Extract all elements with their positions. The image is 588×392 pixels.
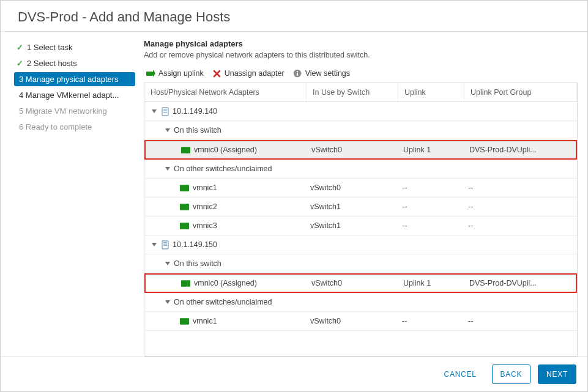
section-subtitle: Add or remove physical network adapters …: [144, 51, 578, 59]
nic-icon: [181, 146, 190, 154]
assign-uplink-button[interactable]: Assign uplink: [146, 69, 204, 78]
svg-rect-18: [163, 243, 167, 244]
svg-rect-11: [181, 186, 186, 188]
host-icon: [160, 107, 169, 116]
cancel-button[interactable]: CANCEL: [436, 365, 485, 383]
section-title: Manage physical adapters: [144, 39, 578, 48]
nic-icon: [180, 317, 189, 325]
adapter-inuse: vSwitch0: [308, 141, 400, 158]
content-pane: Manage physical adapters Add or remove p…: [141, 32, 587, 357]
host-name: 10.1.149.140: [173, 107, 217, 116]
assign-uplink-icon: [146, 69, 155, 78]
group-label: On this switch: [174, 259, 221, 268]
group-label: On other switches/unclaimed: [174, 165, 272, 173]
adapter-name: vmnic0 (Assigned): [194, 146, 257, 154]
check-icon: ✓: [17, 59, 23, 68]
group-row[interactable]: On this switch: [144, 121, 577, 140]
grid-header: Host/Physical Network Adapters In Use by…: [144, 83, 577, 102]
svg-rect-6: [163, 110, 167, 111]
col-header-uplink[interactable]: Uplink: [398, 83, 464, 102]
adapter-portgroup: DVS-Prod-DVUpli...: [466, 141, 576, 158]
svg-rect-15: [181, 224, 186, 226]
col-header-inuse[interactable]: In Use by Switch: [307, 83, 398, 102]
adapter-row[interactable]: vmnic1 vSwitch0 -- --: [144, 312, 577, 331]
chevron-down-icon[interactable]: [164, 127, 171, 134]
adapter-row[interactable]: vmnic3 vSwitch1 -- --: [144, 216, 577, 235]
host-name: 10.1.149.150: [173, 240, 217, 249]
nic-icon: [180, 221, 189, 230]
dialog-body: ✓ 1 Select task ✓ 2 Select hosts 3 Manag…: [1, 32, 587, 357]
svg-rect-4: [162, 108, 168, 116]
group-row[interactable]: On other switches/unclaimed: [144, 293, 577, 312]
group-row[interactable]: On other switches/unclaimed: [144, 160, 577, 179]
host-icon: [160, 240, 169, 249]
next-button[interactable]: NEXT: [538, 364, 576, 384]
adapter-name: vmnic3: [193, 221, 217, 230]
dialog-footer: CANCEL BACK NEXT: [1, 357, 587, 391]
svg-rect-21: [182, 281, 187, 284]
svg-rect-3: [297, 73, 298, 76]
nic-icon: [180, 183, 189, 192]
view-settings-button[interactable]: View settings: [293, 69, 350, 78]
adapter-grid: Host/Physical Network Adapters In Use by…: [144, 83, 578, 357]
dialog-title: DVS-Prod - Add and Manage Hosts: [1, 1, 587, 32]
step-1[interactable]: ✓ 1 Select task: [14, 40, 135, 54]
adapter-row[interactable]: vmnic0 (Assigned) vSwitch0 Uplink 1 DVS-…: [144, 273, 577, 293]
grid-body[interactable]: 10.1.149.140 On this switch vmnic0 (Assi…: [144, 102, 577, 356]
step-2[interactable]: ✓ 2 Select hosts: [14, 56, 135, 70]
chevron-down-icon[interactable]: [151, 108, 158, 115]
chevron-down-icon[interactable]: [164, 298, 171, 306]
chevron-down-icon[interactable]: [164, 165, 171, 172]
chevron-down-icon[interactable]: [151, 241, 158, 248]
unassign-adapter-button[interactable]: Unassign adapter: [212, 69, 285, 78]
adapter-name: vmnic2: [193, 202, 217, 211]
svg-rect-5: [163, 109, 167, 109]
step-3[interactable]: 3 Manage physical adapters: [14, 72, 135, 86]
host-row[interactable]: 10.1.149.140: [144, 102, 577, 121]
unassign-icon: [212, 69, 221, 78]
svg-rect-16: [162, 241, 168, 249]
group-label: On other switches/unclaimed: [174, 298, 272, 306]
wizard-dialog: DVS-Prod - Add and Manage Hosts ✓ 1 Sele…: [0, 0, 588, 392]
svg-rect-0: [146, 72, 153, 76]
svg-point-2: [297, 71, 298, 72]
group-row[interactable]: On this switch: [144, 254, 577, 273]
toolbar: Assign uplink Unassign adapter View sett…: [144, 67, 578, 83]
check-icon: ✓: [17, 43, 23, 52]
col-header-portgroup[interactable]: Uplink Port Group: [464, 83, 577, 102]
svg-rect-19: [163, 245, 167, 246]
step-4[interactable]: 4 Manage VMkernel adapt...: [14, 88, 135, 102]
chevron-down-icon[interactable]: [164, 260, 171, 267]
adapter-name: vmnic1: [193, 183, 217, 192]
svg-rect-7: [163, 112, 167, 113]
nic-icon: [180, 202, 189, 211]
step-6: 6 Ready to complete: [14, 120, 135, 134]
step-5: 5 Migrate VM networking: [14, 104, 135, 118]
wizard-steps: ✓ 1 Select task ✓ 2 Select hosts 3 Manag…: [1, 32, 141, 357]
svg-rect-23: [181, 319, 186, 322]
group-label: On this switch: [174, 126, 221, 135]
back-button[interactable]: BACK: [492, 364, 531, 384]
adapter-row[interactable]: vmnic0 (Assigned) vSwitch0 Uplink 1 DVS-…: [144, 140, 577, 160]
col-header-adapter[interactable]: Host/Physical Network Adapters: [144, 83, 307, 102]
svg-rect-17: [163, 242, 167, 243]
adapter-row[interactable]: vmnic2 vSwitch1 -- --: [144, 198, 577, 216]
adapter-name: vmnic0 (Assigned): [194, 279, 257, 287]
adapter-name: vmnic1: [193, 317, 217, 325]
nic-icon: [181, 279, 190, 287]
svg-rect-9: [182, 148, 187, 150]
adapter-row[interactable]: vmnic1 vSwitch0 -- --: [144, 179, 577, 198]
adapter-uplink: Uplink 1: [400, 141, 466, 158]
info-icon: [293, 69, 302, 78]
svg-rect-13: [181, 205, 186, 207]
host-row[interactable]: 10.1.149.150: [144, 235, 577, 254]
